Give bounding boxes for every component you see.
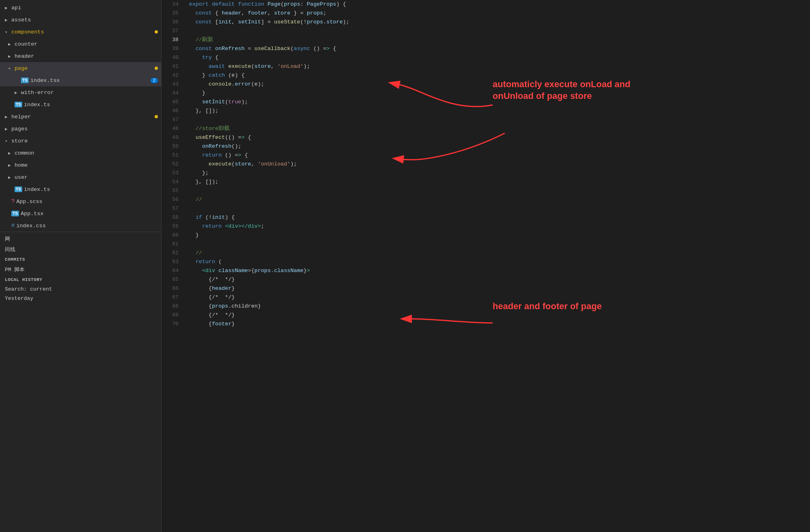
sidebar-item-store[interactable]: ▾store [0,135,161,147]
code-line-46: }, []); [189,107,804,115]
sidebar-item-yesterday[interactable]: Yesterday [0,294,161,303]
sidebar-section-commits: COMMITS [0,255,161,264]
folder-arrow: ▶ [5,114,11,119]
css-icon: # [11,222,15,229]
sidebar-item-assets[interactable]: ▶assets [0,14,161,26]
code-line-53: }; [189,169,804,178]
line-number-35: 35 [162,9,178,18]
folder-arrow: ▶ [8,42,15,47]
sidebar-item-wang[interactable]: 网 [0,234,161,244]
folder-arrow: ▾ [8,66,15,71]
sidebar-item-jianxian[interactable]: 间线 [0,244,161,255]
modified-dot [155,30,158,34]
code-line-45: setInit(true); [189,98,804,107]
sidebar-item-search-current[interactable]: Search: current [0,285,161,294]
item-label: index.tsx [30,77,151,84]
sidebar-item-header[interactable]: ▶header [0,50,161,62]
code-line-49: useEffect(() => { [189,133,804,142]
code-line-38: //刷新 [189,36,804,44]
code-line-62: // [189,249,804,258]
code-line-58: if (!init) { [189,213,804,222]
sidebar-item-pages[interactable]: ▶pages [0,123,161,135]
code-line-37 [189,27,804,36]
folder-arrow: ▾ [5,29,11,35]
sidebar-section-local-history: LOCAL HISTORY [0,275,161,285]
code-line-66: {header} [189,284,804,293]
code-line-34: export default function Page(props: Page… [189,0,804,9]
folder-arrow: ▶ [8,54,15,59]
item-label: index.css [16,223,161,229]
editor-panel: 3435363738394041424344454647484950515253… [162,0,810,532]
sidebar-item-common[interactable]: ▶common [0,147,161,159]
line-number-42: 42 [162,71,178,80]
line-number-46: 46 [162,107,178,115]
line-number-37: 37 [162,27,178,36]
item-label: helper [11,114,155,120]
sidebar-item-index.css[interactable]: #index.css [0,220,161,232]
line-number-57: 57 [162,204,178,213]
sidebar-item-user[interactable]: ▶user [0,171,161,183]
folder-arrow: ▶ [15,90,21,95]
folder-arrow: ▶ [8,163,15,168]
change-badge: 2 [151,78,158,83]
line-number-65: 65 [162,275,178,284]
line-number-44: 44 [162,89,178,98]
item-label: index.ts [24,102,161,108]
code-line-43: console.error(e); [189,80,804,89]
code-line-63: return ( [189,258,804,266]
item-label: components [11,29,155,35]
sidebar-item-App.scss[interactable]: ?App.scss [0,195,161,207]
modified-dot [155,115,158,118]
sidebar-item-index.ts-store[interactable]: TSindex.ts [0,183,161,195]
code-line-68: {props.children} [189,302,804,311]
item-label: with-error [21,90,161,96]
sidebar-item-index.ts-comp[interactable]: TSindex.ts [0,98,161,111]
line-number-64: 64 [162,266,178,275]
sidebar-item-with-error[interactable]: ▶with-error [0,86,161,98]
code-line-41: await execute(store, 'onLoad'); [189,62,804,71]
line-number-69: 69 [162,311,178,320]
item-label: assets [11,17,161,23]
line-number-40: 40 [162,53,178,62]
line-number-41: 41 [162,62,178,71]
folder-arrow: ▶ [5,17,11,23]
file-tree: ▶api▶assets▾components▶counter▶header▾pa… [0,0,161,532]
bottom-sections: 网 间线 COMMITS PM 脚本 LOCAL HISTORY Search:… [0,232,161,305]
code-line-60: } [189,231,804,240]
line-number-62: 62 [162,249,178,258]
code-line-42: } catch (e) { [189,71,804,80]
code-line-55 [189,186,804,195]
folder-arrow: ▶ [5,126,11,132]
line-number-38: 38 [162,36,178,44]
line-number-53: 53 [162,169,178,178]
sidebar-item-components[interactable]: ▾components [0,26,161,38]
line-number-55: 55 [162,186,178,195]
code-line-52: execute(store, 'onUnload'); [189,160,804,169]
sidebar-item-pm[interactable]: PM 脚本 [0,264,161,275]
sidebar-item-index.tsx[interactable]: TSindex.tsx2 [0,74,161,86]
sidebar-item-App.tsx[interactable]: TSApp.tsx [0,207,161,220]
sidebar-item-home[interactable]: ▶home [0,159,161,171]
sidebar-item-page[interactable]: ▾page [0,62,161,74]
line-number-66: 66 [162,284,178,293]
sidebar: ▶api▶assets▾components▶counter▶header▾pa… [0,0,162,532]
sidebar-item-api[interactable]: ▶api [0,2,161,14]
code-line-50: onRefresh(); [189,142,804,151]
code-line-36: const [init, setInit] = useState(!props.… [189,18,804,27]
folder-arrow: ▾ [5,138,11,144]
folder-arrow: ▶ [8,175,15,180]
sidebar-item-helper[interactable]: ▶helper [0,111,161,123]
ts-icon: TS [15,186,22,192]
line-number-45: 45 [162,98,178,107]
code-line-61 [189,240,804,249]
line-number-61: 61 [162,240,178,249]
code-line-40: try { [189,53,804,62]
line-number-54: 54 [162,178,178,186]
item-label: user [15,174,161,180]
code-line-57 [189,204,804,213]
line-number-50: 50 [162,142,178,151]
line-number-36: 36 [162,18,178,27]
code-content[interactable]: export default function Page(props: Page… [183,0,810,532]
line-number-60: 60 [162,231,178,240]
sidebar-item-counter[interactable]: ▶counter [0,38,161,50]
